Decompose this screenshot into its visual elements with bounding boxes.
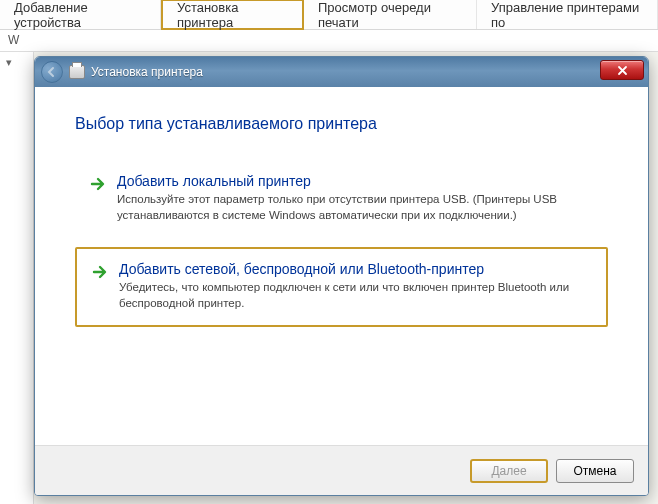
- menu-manage-printers[interactable]: Управление принтерами по: [477, 0, 658, 29]
- address-text: W: [8, 33, 19, 47]
- option-desc: Используйте этот параметр только при отс…: [117, 192, 594, 223]
- option-desc: Убедитесь, что компьютер подключен к сет…: [119, 280, 592, 311]
- add-printer-wizard: Установка принтера Выбор типа устанавлив…: [34, 56, 649, 496]
- next-button[interactable]: Далее: [470, 459, 548, 483]
- close-button[interactable]: [600, 60, 644, 80]
- tree-collapse-icon[interactable]: ▾: [0, 52, 33, 73]
- option-title: Добавить локальный принтер: [117, 173, 594, 189]
- menu-add-device[interactable]: Добавление устройства: [0, 0, 161, 29]
- wizard-title: Установка принтера: [91, 65, 203, 79]
- option-network-printer[interactable]: Добавить сетевой, беспроводной или Bluet…: [75, 247, 608, 327]
- wizard-body: Выбор типа устанавливаемого принтера Доб…: [35, 87, 648, 445]
- menu-install-printer[interactable]: Установка принтера: [161, 0, 304, 30]
- arrow-right-icon: [89, 175, 107, 193]
- wizard-titlebar: Установка принтера: [35, 57, 648, 87]
- wizard-heading: Выбор типа устанавливаемого принтера: [75, 115, 608, 133]
- left-pane: ▾: [0, 52, 34, 504]
- menu-view-queue[interactable]: Просмотр очереди печати: [304, 0, 477, 29]
- back-button[interactable]: [41, 61, 63, 83]
- option-title: Добавить сетевой, беспроводной или Bluet…: [119, 261, 592, 277]
- wizard-button-row: Далее Отмена: [35, 445, 648, 495]
- arrow-right-icon: [91, 263, 109, 281]
- top-menu-bar: Добавление устройства Установка принтера…: [0, 0, 658, 30]
- option-content: Добавить сетевой, беспроводной или Bluet…: [119, 261, 592, 311]
- option-content: Добавить локальный принтер Используйте э…: [117, 173, 594, 223]
- address-row: W: [0, 30, 658, 52]
- option-local-printer[interactable]: Добавить локальный принтер Используйте э…: [75, 161, 608, 237]
- cancel-button[interactable]: Отмена: [556, 459, 634, 483]
- printer-icon: [69, 65, 85, 79]
